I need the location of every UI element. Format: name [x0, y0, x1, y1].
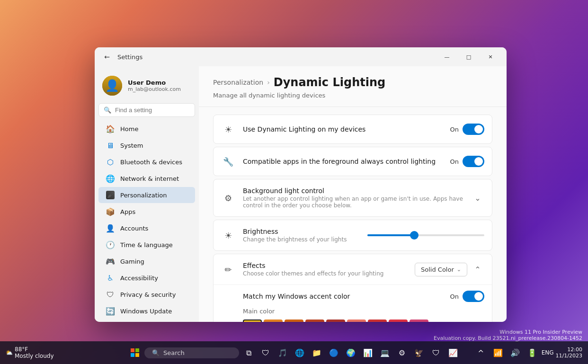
sidebar-item-system-label: System	[120, 142, 143, 149]
maximize-button[interactable]: □	[458, 49, 479, 64]
taskbar-icon-taskview[interactable]: ⧉	[241, 345, 256, 360]
dynamic-lighting-control: On	[450, 124, 484, 135]
color-swatch-brown[interactable]	[305, 320, 324, 322]
taskbar-search-icon: 🔍	[152, 349, 160, 356]
match-accent-title: Match my Windows accent color	[243, 293, 450, 300]
background-light-row: ⚙ Background light control Let another a…	[213, 179, 492, 217]
color-swatch-crimson[interactable]	[389, 320, 408, 322]
brightness-slider-fill	[367, 234, 414, 236]
color-swatch-yellow[interactable]	[243, 320, 262, 322]
effects-collapse-button[interactable]: ⌃	[471, 263, 484, 276]
sidebar-item-system[interactable]: 🖥 System	[98, 137, 195, 153]
windows-version: Windows 11 Pro Insider Preview	[434, 329, 582, 335]
sidebar-item-time[interactable]: 🕐 Time & language	[98, 237, 195, 253]
update-icon: 🔄	[106, 307, 115, 315]
time-icon: 🕐	[106, 240, 115, 249]
page-subtitle: Manage all dynamic lighting devices	[213, 92, 492, 99]
taskbar-icon-apps1[interactable]: 🛡	[258, 345, 273, 360]
accessibility-icon: ♿	[106, 274, 115, 282]
effects-dropdown[interactable]: Solid Color ⌄	[415, 263, 467, 276]
match-accent-toggle-label: On	[450, 293, 459, 300]
breadcrumb-parent[interactable]: Personalization	[213, 79, 263, 86]
effects-dropdown-chevron: ⌄	[457, 266, 461, 273]
dynamic-lighting-icon-container: ☀	[221, 124, 235, 134]
sidebar-item-update[interactable]: 🔄 Windows Update	[98, 303, 195, 319]
sidebar-item-accounts-label: Accounts	[120, 225, 148, 232]
sidebar-item-accessibility[interactable]: ♿ Accessibility	[98, 270, 195, 286]
dynamic-lighting-icon: ☀	[224, 124, 232, 134]
sidebar-item-home-label: Home	[120, 125, 138, 133]
taskbar-icon-apps5[interactable]: 🔵	[326, 345, 341, 360]
sidebar-item-privacy[interactable]: 🛡 Privacy & security	[98, 286, 195, 302]
main-content: Personalization › Dynamic Lighting Manag…	[199, 66, 507, 322]
taskbar-app-icons: ⧉ 🛡 🎵 🌐 📁 🔵 🌍 📊 💻 ⚙ 🦅 🛡 📈	[241, 345, 461, 360]
close-button[interactable]: ✕	[480, 49, 501, 64]
title-bar-left: ← Settings	[100, 50, 437, 63]
use-dynamic-lighting-item: ☀ Use Dynamic Lighting on my devices On	[214, 115, 492, 143]
color-swatch-darkred[interactable]	[326, 320, 345, 322]
taskbar-icon-apps6[interactable]: 🌍	[343, 345, 358, 360]
user-profile[interactable]: 👤 User Demo m_lab@outlook.com	[95, 70, 199, 103]
brightness-icon-container: ☀	[221, 231, 235, 240]
start-button[interactable]	[127, 345, 143, 360]
minimize-button[interactable]: —	[437, 49, 457, 64]
sidebar-item-bluetooth[interactable]: ⬡ Bluetooth & devices	[98, 154, 195, 170]
taskbar-search-label: Search	[163, 349, 185, 356]
sidebar-item-apps[interactable]: 📦 Apps	[98, 204, 195, 220]
effects-control: Solid Color ⌄ ⌃	[415, 263, 484, 276]
color-swatch-orange[interactable]	[264, 320, 283, 322]
taskbar-icon-apps3[interactable]: 🌐	[292, 345, 307, 360]
search-icon: 🔍	[104, 107, 111, 114]
background-light-icon: ⚙	[224, 193, 232, 203]
taskbar-search[interactable]: 🔍 Search	[144, 347, 239, 358]
sidebar-item-gaming[interactable]: 🎮 Gaming	[98, 253, 195, 269]
tray-volume[interactable]: 🔊	[508, 345, 523, 360]
brightness-title: Brightness	[243, 228, 360, 235]
background-light-expand-button[interactable]: ⌄	[471, 191, 484, 204]
svg-rect-2	[131, 353, 134, 357]
tray-battery[interactable]: 🔋	[525, 345, 540, 360]
sidebar-item-network[interactable]: 🌐 Network & internet	[98, 170, 195, 186]
system-icon: 🖥	[106, 141, 115, 150]
sidebar-item-accounts[interactable]: 👤 Accounts	[98, 220, 195, 236]
color-swatch-rose[interactable]	[410, 320, 428, 322]
sidebar-item-home[interactable]: 🏠 Home	[98, 121, 195, 137]
brightness-text: Brightness Change the brightness of your…	[243, 228, 360, 243]
taskbar-icon-apps2[interactable]: 🎵	[275, 345, 290, 360]
sidebar: 👤 User Demo m_lab@outlook.com 🔍 🏠 Home �	[95, 66, 199, 322]
tray-language[interactable]: ENG	[542, 349, 554, 356]
match-accent-control: On	[450, 291, 484, 302]
color-swatch-salmon[interactable]	[347, 320, 366, 322]
dynamic-lighting-toggle[interactable]	[463, 124, 484, 135]
brightness-slider-container	[367, 234, 484, 236]
sidebar-item-bluetooth-label: Bluetooth & devices	[120, 159, 182, 166]
tray-network[interactable]: 📶	[490, 345, 506, 360]
network-icon: 🌐	[106, 174, 115, 183]
color-grid-row1	[243, 320, 477, 322]
sidebar-item-personalization[interactable]: 🖌 Personalization	[98, 187, 195, 203]
brightness-row: ☀ Brightness Change the brightness of yo…	[213, 220, 492, 251]
background-light-item: ⚙ Background light control Let another a…	[214, 179, 492, 216]
effects-desc: Choose color themes and effects for your…	[243, 270, 407, 277]
taskbar-icon-apps10[interactable]: 🦅	[411, 345, 427, 360]
compatible-apps-toggle[interactable]	[463, 156, 484, 167]
taskbar-icon-apps12[interactable]: 📈	[445, 345, 461, 360]
brightness-slider-thumb[interactable]	[410, 231, 419, 240]
tray-overflow[interactable]: ^	[473, 345, 489, 360]
taskbar-icon-apps4[interactable]: 📁	[309, 345, 324, 360]
color-swatch-darkorange[interactable]	[285, 320, 303, 322]
taskbar-icon-apps7[interactable]: 📊	[360, 345, 375, 360]
taskbar-icon-apps8[interactable]: 💻	[377, 345, 392, 360]
color-swatch-red[interactable]	[368, 320, 387, 322]
taskbar-icon-apps9[interactable]: ⚙	[394, 345, 410, 360]
match-accent-toggle[interactable]	[463, 291, 484, 302]
window-controls: — □ ✕	[437, 49, 501, 64]
brightness-slider-track	[367, 234, 484, 236]
settings-search-input[interactable]	[115, 107, 195, 114]
bluetooth-icon: ⬡	[106, 158, 115, 166]
page-title: Dynamic Lighting	[274, 76, 385, 89]
settings-search[interactable]: 🔍	[98, 103, 195, 117]
back-button[interactable]: ←	[100, 50, 114, 63]
taskbar-icon-apps11[interactable]: 🛡	[428, 345, 444, 360]
clock[interactable]: 12:00 11/1/2023	[556, 346, 582, 359]
